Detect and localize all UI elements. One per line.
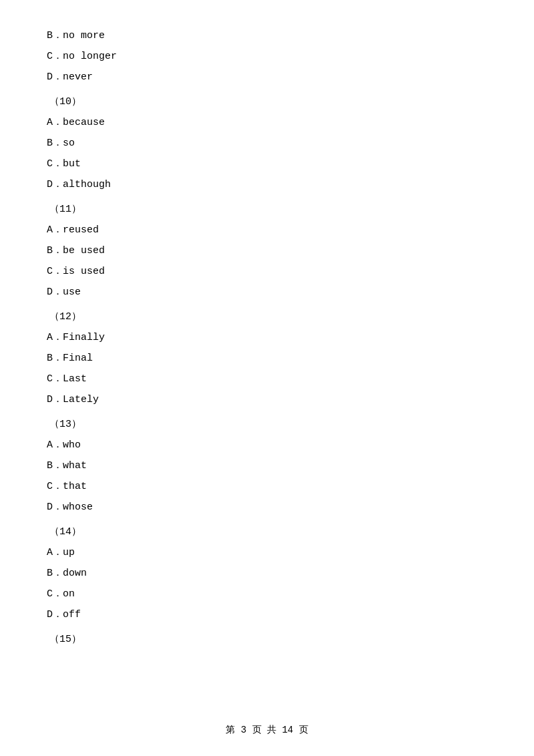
option-item: A．reused [47, 221, 487, 239]
option-item: C．no longer [47, 47, 487, 65]
page-footer: 第 3 页 共 14 页 [0, 724, 534, 736]
question-number: （10） [47, 93, 487, 111]
option-item: A．who [47, 436, 487, 454]
option-item: B．Final [47, 349, 487, 367]
question-number: （13） [47, 415, 487, 433]
option-item: C．but [47, 155, 487, 173]
option-item: D．off [47, 606, 487, 624]
question-number: （12） [47, 308, 487, 326]
option-item: C．on [47, 585, 487, 603]
option-item: B．be used [47, 242, 487, 260]
option-item: C．that [47, 478, 487, 496]
option-item: A．up [47, 544, 487, 562]
option-item: D．although [47, 176, 487, 194]
option-item: D．never [47, 68, 487, 86]
option-item: D．whose [47, 498, 487, 516]
option-item: B．what [47, 457, 487, 475]
main-content: B．no moreC．no longerD．never（10）A．because… [0, 0, 534, 691]
option-item: B．no more [47, 27, 487, 45]
option-item: C．Last [47, 370, 487, 388]
option-item: C．is used [47, 262, 487, 280]
question-number: （14） [47, 523, 487, 541]
option-item: B．down [47, 564, 487, 582]
question-number: （15） [47, 630, 487, 648]
option-item: A．because [47, 114, 487, 132]
option-item: D．use [47, 283, 487, 301]
option-item: B．so [47, 134, 487, 152]
option-item: A．Finally [47, 329, 487, 347]
question-number: （11） [47, 200, 487, 218]
option-item: D．Lately [47, 391, 487, 409]
